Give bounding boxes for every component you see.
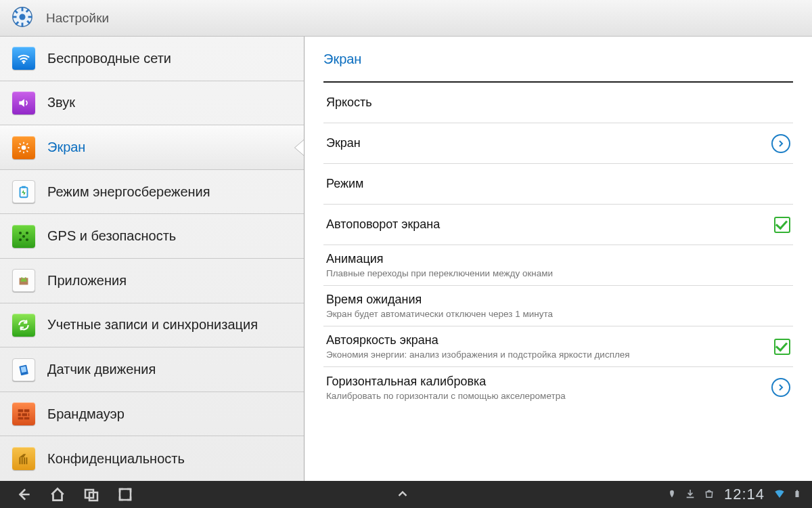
screenshot-button[interactable]	[108, 481, 142, 508]
svg-rect-35	[22, 413, 28, 416]
row-subtitle: Экран будет автоматически отключен через…	[326, 309, 553, 319]
wifi-status-icon	[774, 488, 785, 501]
svg-rect-39	[19, 458, 20, 465]
row-title: Режим	[326, 177, 364, 191]
display-icon	[12, 136, 35, 159]
svg-point-1	[19, 14, 25, 20]
svg-rect-40	[22, 458, 23, 465]
checkbox-icon[interactable]	[774, 217, 790, 233]
row-title: Горизонтальная калибровка	[326, 375, 566, 389]
sound-icon	[12, 91, 35, 114]
svg-rect-4	[13, 16, 17, 18]
download-icon	[685, 488, 696, 502]
svg-rect-33	[24, 410, 30, 412]
svg-point-10	[23, 62, 25, 64]
svg-rect-37	[18, 417, 24, 419]
svg-rect-49	[796, 491, 799, 497]
svg-line-19	[26, 143, 28, 144]
wifi-icon	[12, 47, 35, 70]
svg-point-24	[19, 238, 22, 241]
sidebar-item-privacy[interactable]: Конфиденциальность	[0, 436, 304, 481]
svg-rect-36	[28, 413, 30, 416]
sidebar-item-label: Беспроводные сети	[47, 51, 171, 66]
detail-header: Экран	[323, 37, 793, 83]
row-title: Анимация	[326, 252, 553, 266]
sidebar-item-label: Приложения	[47, 273, 127, 289]
svg-rect-42	[26, 458, 27, 465]
svg-rect-32	[18, 410, 24, 412]
sidebar-item-label: Датчик движения	[47, 362, 156, 377]
sidebar-item-power[interactable]: Режим энергосбережения	[0, 170, 304, 215]
row-subtitle: Экономия энергии: анализ изображения и п…	[326, 350, 630, 360]
row-mode[interactable]: Режим	[323, 164, 793, 205]
row-animation[interactable]: Анимация Плавные переходы при переключен…	[323, 245, 793, 286]
svg-rect-34	[18, 413, 21, 416]
battery-icon	[12, 180, 35, 203]
row-brightness[interactable]: Яркость	[323, 83, 793, 123]
gps-icon	[12, 225, 35, 248]
row-title: Автояркость экрана	[326, 333, 630, 347]
row-title: Яркость	[326, 96, 372, 110]
row-screen[interactable]: Экран	[323, 123, 793, 164]
gear-icon	[11, 5, 34, 31]
recent-button[interactable]	[74, 481, 108, 508]
sidebar-item-label: Учетные записи и синхронизация	[47, 317, 258, 333]
svg-point-28	[21, 278, 22, 279]
expand-button[interactable]	[386, 481, 420, 508]
firewall-icon	[12, 402, 35, 425]
motion-icon	[12, 358, 35, 381]
svg-line-16	[20, 143, 21, 144]
battery-status-icon	[793, 488, 801, 502]
sidebar-item-label: GPS и безопасность	[47, 228, 176, 244]
sidebar-item-display[interactable]: Экран	[0, 125, 304, 170]
sidebar-item-motion[interactable]: Датчик движения	[0, 347, 304, 392]
sidebar-item-wireless[interactable]: Беспроводные сети	[0, 37, 304, 81]
bag-icon	[704, 488, 715, 502]
home-button[interactable]	[41, 481, 74, 508]
svg-point-11	[22, 145, 26, 150]
sidebar-item-label: Экран	[47, 140, 85, 155]
privacy-icon	[12, 447, 35, 470]
row-title: Время ожидания	[326, 293, 553, 307]
sidebar-item-gps[interactable]: GPS и безопасность	[0, 214, 304, 259]
row-title: Автоповорот экрана	[326, 217, 440, 232]
row-title: Экран	[326, 136, 361, 150]
svg-point-29	[25, 278, 26, 279]
back-button[interactable]	[7, 481, 41, 508]
svg-rect-5	[28, 16, 32, 18]
svg-point-25	[26, 238, 28, 241]
row-hcalib[interactable]: Горизонтальная калибровка Калибровать по…	[323, 367, 793, 408]
svg-rect-50	[796, 490, 798, 491]
svg-line-18	[20, 150, 21, 152]
detail-title: Экран	[323, 51, 361, 67]
row-subtitle: Калибровать по горизонтали с помощью акс…	[326, 391, 566, 401]
titlebar: Настройки	[0, 0, 812, 37]
svg-point-22	[19, 232, 22, 234]
sidebar: Беспроводные сети Звук Экран Режим энерг…	[0, 37, 304, 481]
sidebar-item-label: Режим энергосбережения	[47, 184, 210, 200]
sidebar-item-label: Конфиденциальность	[47, 451, 185, 467]
checkbox-icon[interactable]	[774, 339, 790, 355]
chevron-right-icon	[771, 378, 790, 397]
detail-panel: Экран Яркость Экран Режим Автоповорот эк…	[304, 37, 812, 481]
row-timeout[interactable]: Время ожидания Экран будет автоматически…	[323, 286, 793, 326]
chevron-right-icon	[771, 134, 790, 153]
sidebar-item-sound[interactable]: Звук	[0, 81, 304, 126]
sidebar-item-accounts[interactable]: Учетные записи и синхронизация	[0, 303, 304, 348]
svg-rect-41	[24, 458, 25, 465]
row-autorotate[interactable]: Автоповорот экрана	[323, 205, 793, 245]
sync-icon	[12, 314, 35, 337]
sidebar-item-label: Звук	[47, 95, 75, 110]
sidebar-item-apps[interactable]: Приложения	[0, 259, 304, 303]
app-title: Настройки	[46, 11, 109, 26]
svg-rect-38	[24, 417, 30, 419]
sidebar-item-label: Брандмауэр	[47, 406, 125, 422]
status-icon	[667, 488, 677, 502]
sidebar-item-firewall[interactable]: Брандмауэр	[0, 392, 304, 437]
svg-point-23	[26, 232, 28, 234]
row-subtitle: Плавные переходы при переключении между …	[326, 268, 553, 278]
apps-icon	[12, 269, 35, 292]
svg-rect-21	[22, 186, 26, 188]
svg-rect-2	[22, 7, 24, 11]
row-autobright[interactable]: Автояркость экрана Экономия энергии: ана…	[323, 326, 793, 367]
